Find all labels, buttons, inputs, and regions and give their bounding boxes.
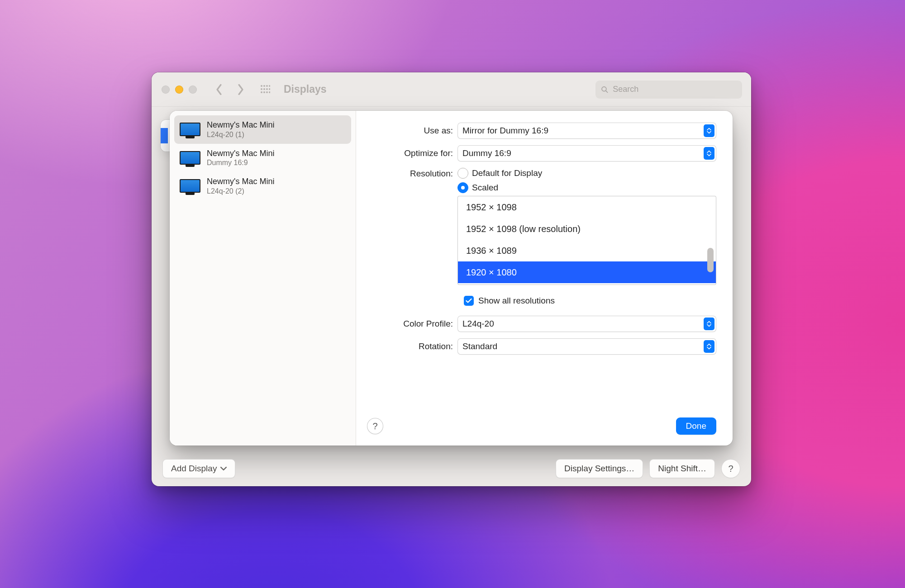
sidebar-item-sub: Dummy 16:9 — [207, 158, 274, 167]
optimize-for-select[interactable]: Dummy 16:9 — [457, 145, 716, 161]
svg-point-1 — [263, 85, 265, 87]
svg-point-12 — [602, 86, 606, 91]
radio-label: Scaled — [472, 183, 498, 193]
resolution-list[interactable]: 1952 × 1098 1952 × 1098 (low resolution)… — [457, 196, 716, 285]
window-title: Displays — [284, 83, 327, 95]
color-profile-value: L24q-20 — [462, 319, 494, 329]
search-field[interactable] — [595, 81, 742, 99]
svg-point-3 — [269, 85, 270, 87]
radio-icon — [457, 168, 468, 179]
night-shift-button[interactable]: Night Shift… — [649, 459, 715, 478]
resolution-option[interactable]: 1936 × 1089 — [458, 240, 716, 261]
display-settings-button[interactable]: Display Settings… — [556, 459, 643, 478]
resolution-option-selected[interactable]: 1920 × 1080 — [458, 261, 716, 283]
chevron-left-icon — [215, 84, 223, 95]
monitor-icon — [180, 123, 200, 136]
chevron-down-icon — [220, 466, 227, 471]
optimize-for-value: Dummy 16:9 — [462, 148, 511, 158]
svg-point-8 — [261, 91, 262, 93]
use-as-value: Mirror for Dummy 16:9 — [462, 126, 548, 136]
svg-point-5 — [263, 88, 265, 90]
monitor-icon — [180, 151, 200, 165]
svg-point-10 — [266, 91, 268, 93]
window-help-button[interactable]: ? — [721, 459, 740, 478]
monitor-icon — [180, 179, 200, 193]
sidebar-item-display-3[interactable]: Newmy's Mac Mini L24q-20 (2) — [174, 172, 351, 200]
sidebar-item-sub: L24q-20 (2) — [207, 187, 274, 196]
sidebar-item-sub: L24q-20 (1) — [207, 130, 274, 139]
resolution-scaled-radio[interactable]: Scaled — [457, 182, 716, 193]
window-bottom-toolbar: Add Display Display Settings… Night Shif… — [152, 451, 751, 486]
forward-button[interactable] — [233, 81, 248, 99]
show-all-resolutions-checkbox[interactable]: Show all resolutions — [464, 296, 716, 306]
stepper-icon — [704, 318, 714, 330]
resolution-option[interactable]: 1952 × 1098 — [458, 196, 716, 218]
chevron-right-icon — [237, 84, 245, 95]
checkbox-label: Show all resolutions — [478, 296, 555, 306]
zoom-dot[interactable] — [189, 85, 197, 94]
search-input[interactable] — [612, 84, 737, 95]
display-settings-sheet: Newmy's Mac Mini L24q-20 (1) Newmy's Mac… — [170, 111, 733, 446]
minimize-dot[interactable] — [175, 85, 183, 94]
resolution-label: Resolution: — [361, 168, 457, 179]
radio-label: Default for Display — [472, 168, 542, 178]
svg-point-4 — [261, 88, 262, 90]
stepper-icon — [704, 147, 714, 160]
svg-point-0 — [261, 85, 262, 87]
settings-content: Use as: Mirror for Dummy 16:9 Optimize f… — [356, 111, 733, 446]
sidebar-item-display-1[interactable]: Newmy's Mac Mini L24q-20 (1) — [174, 115, 351, 144]
svg-line-13 — [606, 90, 608, 92]
color-profile-select[interactable]: L24q-20 — [457, 316, 716, 332]
resolution-default-radio[interactable]: Default for Display — [457, 168, 716, 179]
system-preferences-window: Displays Newmy's Mac Mini L24q-20 (1) — [152, 72, 751, 486]
use-as-label: Use as: — [361, 126, 457, 136]
radio-icon — [457, 182, 468, 193]
scrollbar-thumb[interactable] — [707, 248, 714, 272]
grid-icon — [260, 85, 270, 95]
sheet-help-button[interactable]: ? — [367, 418, 383, 434]
done-button[interactable]: Done — [676, 417, 716, 435]
use-as-select[interactable]: Mirror for Dummy 16:9 — [457, 123, 716, 139]
rotation-select[interactable]: Standard — [457, 338, 716, 355]
scrollbar-track[interactable] — [706, 197, 715, 284]
optimize-for-label: Optimize for: — [361, 148, 457, 158]
show-all-button[interactable] — [257, 81, 273, 99]
sidebar-item-title: Newmy's Mac Mini — [207, 120, 274, 130]
resolution-option[interactable]: 1952 × 1098 (low resolution) — [458, 218, 716, 240]
close-dot[interactable] — [162, 85, 170, 94]
color-profile-label: Color Profile: — [361, 319, 457, 329]
svg-point-11 — [269, 91, 270, 93]
sidebar-item-title: Newmy's Mac Mini — [207, 148, 274, 159]
add-display-button[interactable]: Add Display — [162, 459, 235, 478]
titlebar: Displays — [152, 72, 751, 107]
svg-point-9 — [263, 91, 265, 93]
display-sidebar: Newmy's Mac Mini L24q-20 (1) Newmy's Mac… — [170, 111, 356, 446]
rotation-label: Rotation: — [361, 341, 457, 351]
sidebar-item-display-2[interactable]: Newmy's Mac Mini Dummy 16:9 — [174, 144, 351, 172]
checkbox-icon — [464, 296, 474, 306]
sidebar-item-title: Newmy's Mac Mini — [207, 176, 274, 187]
stepper-icon — [704, 124, 714, 137]
svg-point-7 — [269, 88, 270, 90]
rotation-value: Standard — [462, 341, 497, 351]
stepper-icon — [704, 340, 714, 353]
search-icon — [601, 85, 608, 94]
window-controls — [162, 85, 197, 94]
svg-point-2 — [266, 85, 268, 87]
back-button[interactable] — [211, 81, 227, 99]
svg-point-6 — [266, 88, 268, 90]
